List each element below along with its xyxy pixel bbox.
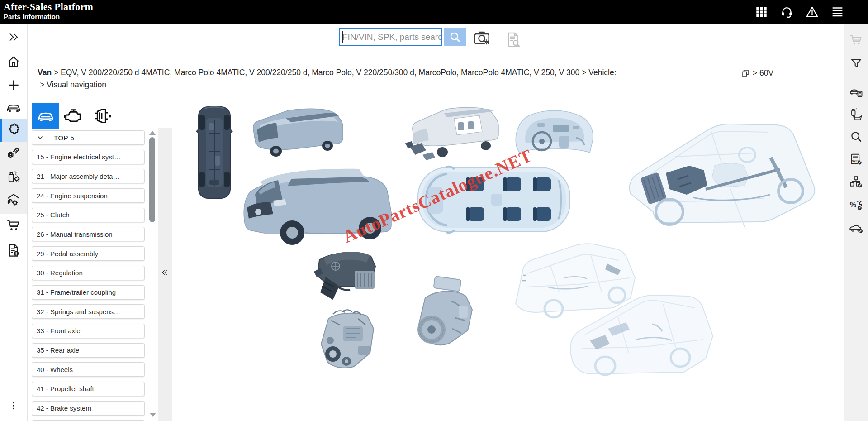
labor-percent-icon[interactable]: % xyxy=(844,198,868,211)
thumb-engine-transmission[interactable] xyxy=(408,274,477,350)
breadcrumb-path[interactable]: > EQV, V 200/220/250 d 4MATIC, Marco Pol… xyxy=(52,68,616,77)
top5-group-label: TOP 5 xyxy=(54,134,74,142)
list-item[interactable]: 35 - Rear axle xyxy=(32,343,145,358)
home-icon[interactable] xyxy=(0,55,27,68)
vehicle-data-icon[interactable] xyxy=(844,86,868,99)
thumb-engine-covered[interactable] xyxy=(310,238,384,302)
menu-icon[interactable] xyxy=(830,5,844,19)
list-item[interactable]: 30 - Regulation xyxy=(32,266,145,280)
cart-icon-disabled xyxy=(844,33,868,46)
thumb-chassis-xray-large[interactable] xyxy=(612,102,834,245)
expand-icon[interactable] xyxy=(0,31,27,43)
chevron-down-icon xyxy=(37,134,44,141)
search-icon[interactable] xyxy=(844,130,868,144)
transmission-view-tab[interactable] xyxy=(87,103,115,129)
list-scroll-down-arrow[interactable] xyxy=(150,413,156,417)
hierarchy-icon[interactable] xyxy=(844,175,868,189)
warning-triangle-icon[interactable] xyxy=(805,5,819,19)
vehicle-code-ref[interactable]: > 60V xyxy=(741,68,773,78)
list-item[interactable]: 32 - Springs and suspens… xyxy=(32,304,145,319)
document-alert-icon[interactable] xyxy=(0,243,27,258)
engine-view-tab[interactable] xyxy=(59,103,87,129)
list-item[interactable]: 40 - Wheels xyxy=(32,362,145,377)
list-item[interactable]: 41 - Propeller shaft xyxy=(32,382,145,396)
list-item[interactable]: 29 - Pedal assembly xyxy=(32,246,145,261)
text-caret xyxy=(342,31,343,43)
thumb-van-cutaway-open[interactable] xyxy=(401,100,508,164)
list-item[interactable]: 24 - Engine suspension xyxy=(32,188,145,203)
thumb-dashboard-interior[interactable] xyxy=(508,102,601,162)
top-header-bar: After-Sales Platform Parts Information xyxy=(0,0,868,24)
thumb-van-front-three-quarter[interactable] xyxy=(237,139,393,252)
headset-icon[interactable] xyxy=(780,5,793,19)
svg-text:%: % xyxy=(849,201,856,209)
right-icon-rail: WIS % xyxy=(844,24,868,421)
breadcrumb: Van > EQV, V 200/220/250 d 4MATIC, Marco… xyxy=(38,67,716,91)
fluids-spray-icon[interactable] xyxy=(844,107,868,121)
bolt-parts-icon[interactable] xyxy=(0,145,27,160)
window-ref-icon xyxy=(741,69,749,77)
filter-funnel-icon[interactable] xyxy=(844,57,868,70)
list-item[interactable]: 33 - Front axle xyxy=(32,324,145,338)
list-item[interactable]: 42 - Brake system xyxy=(32,401,145,416)
app-title: After-Sales Platform xyxy=(4,1,93,13)
breadcrumb-root[interactable]: Van xyxy=(38,68,52,77)
after-sales-platform-app: After-Sales Platform Parts Information xyxy=(0,0,868,421)
wis-document-icon[interactable]: WIS xyxy=(844,153,868,166)
cart-icon[interactable] xyxy=(0,218,27,232)
window-ref-label: > 60V xyxy=(753,68,773,78)
vehicle-view-tab[interactable] xyxy=(32,103,59,129)
list-scrollbar-thumb[interactable] xyxy=(149,137,155,222)
left-icon-rail xyxy=(0,24,28,421)
camera-search-icon[interactable] xyxy=(473,30,491,46)
app-subtitle: Parts Information xyxy=(4,13,60,20)
list-item[interactable]: 21 - Major assembly deta… xyxy=(32,169,145,183)
list-item[interactable]: 15 - Engine electrical syst… xyxy=(32,150,145,164)
header-icon-group xyxy=(754,5,844,19)
thumb-seating-layout-top[interactable] xyxy=(415,162,573,237)
rail-divider xyxy=(0,50,27,50)
list-item[interactable]: 31 - Frame/trailer coupling xyxy=(32,285,145,300)
thumb-engine-bare[interactable] xyxy=(315,301,382,371)
list-scroll-up-arrow[interactable] xyxy=(149,131,156,135)
view-tabs xyxy=(32,103,115,129)
top5-list: TOP 5 15 - Engine electrical syst…21 - M… xyxy=(32,130,145,421)
paint-spray-icon[interactable] xyxy=(0,169,27,184)
top5-group-header[interactable]: TOP 5 xyxy=(32,130,145,145)
more-icon[interactable] xyxy=(0,400,27,411)
add-icon[interactable] xyxy=(0,78,27,92)
collapse-panel-button[interactable] xyxy=(158,265,171,280)
breadcrumb-current[interactable]: > Visual navigation xyxy=(38,79,716,91)
service-wrench-icon[interactable] xyxy=(0,192,27,206)
vehicle-blocked-icon[interactable] xyxy=(844,221,868,234)
list-item[interactable]: 25 - Clutch xyxy=(32,208,145,222)
apps-grid-icon[interactable] xyxy=(754,5,768,19)
search-button[interactable] xyxy=(444,28,466,46)
thumb-van-xray-front[interactable] xyxy=(564,285,717,378)
rail-divider xyxy=(0,393,27,393)
list-item[interactable]: 26 - Manual transmission xyxy=(32,227,145,241)
thumb-van-underbody-top-view[interactable] xyxy=(195,105,233,200)
document-search-icon[interactable] xyxy=(505,32,522,48)
vehicle-icon[interactable] xyxy=(0,100,27,114)
visual-navigation-icon[interactable] xyxy=(0,123,27,137)
search-input[interactable] xyxy=(339,28,442,46)
